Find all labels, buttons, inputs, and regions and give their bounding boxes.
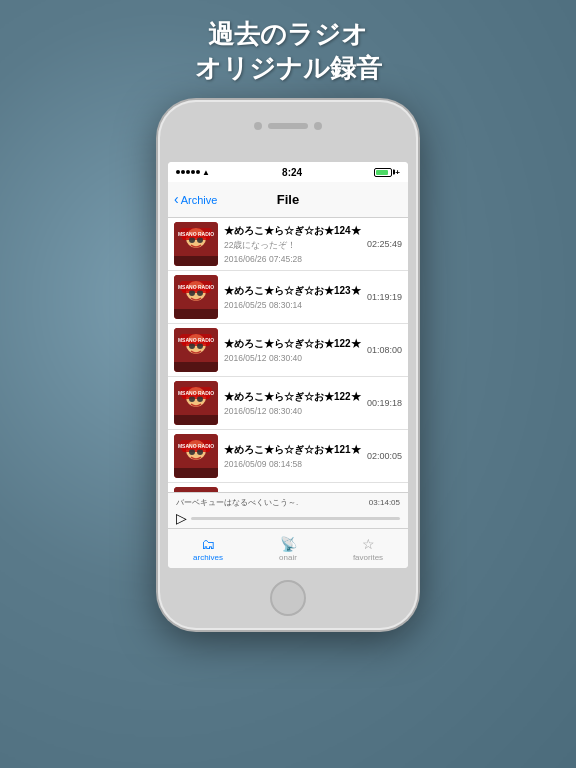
svg-text:MSANO RADIO: MSANO RADIO	[178, 443, 214, 449]
list-item-duration: 01:19:19	[363, 292, 402, 302]
svg-text:MSANO RADIO: MSANO RADIO	[178, 284, 214, 290]
thumb-image: MSANO RADIO	[174, 222, 218, 266]
list-item-duration: 01:08:00	[363, 345, 402, 355]
archives-icon: 🗂	[201, 536, 215, 552]
phone-shell: ▲ 8:24 + ‹ Archive File	[158, 100, 418, 630]
svg-rect-15	[174, 309, 218, 319]
status-left: ▲	[176, 168, 210, 177]
svg-rect-39	[174, 468, 218, 478]
thumbnail: MSANO RADIO	[174, 328, 218, 372]
list-item[interactable]: MSANO RADIO ★めろこ★ら☆ぎ☆お★124★22歳になったぞ！2016…	[168, 218, 408, 271]
tab-onair-label: onair	[279, 553, 297, 562]
battery-icon	[374, 168, 392, 177]
thumb-image: MSANO RADIO	[174, 487, 218, 492]
nav-bar: ‹ Archive File	[168, 182, 408, 218]
list-item[interactable]: MSANO RADIO ★めろこ★ら☆ぎ☆お★122★2016/05/12 08…	[168, 324, 408, 377]
thumbnail: MSANO RADIO	[174, 487, 218, 492]
play-button[interactable]: ▷	[176, 510, 187, 526]
nav-back-button[interactable]: ‹ Archive	[174, 193, 217, 206]
list-item-duration: 02:25:49	[363, 239, 402, 249]
nav-back-label: Archive	[181, 194, 218, 206]
svg-text:MSANO RADIO: MSANO RADIO	[178, 390, 214, 396]
thumb-image: MSANO RADIO	[174, 328, 218, 372]
phone-screen: ▲ 8:24 + ‹ Archive File	[168, 162, 408, 568]
onair-icon: 📡	[280, 536, 297, 552]
status-bar: ▲ 8:24 +	[168, 162, 408, 182]
list-item-title: ★めろこ★ら☆ぎ☆お★121★	[224, 443, 363, 457]
tab-archives[interactable]: 🗂 archives	[168, 536, 248, 562]
list-item-title: ★めろこ★ら☆ぎ☆お★122★	[224, 390, 363, 404]
list-item-date: 2016/05/25 08:30:14	[224, 300, 363, 310]
list-item-date: 2016/05/12 08:30:40	[224, 406, 363, 416]
list-item-duration: 00:19:18	[363, 398, 402, 408]
list-item[interactable]: MSANO RADIO ★めろこ★ら☆ぎ☆お★120★2016/05/06 08…	[168, 483, 408, 492]
svg-text:MSANO RADIO: MSANO RADIO	[178, 337, 214, 343]
player-bar: バーベキューはなるべくいこう～. 03:14:05 ▷	[168, 492, 408, 528]
dot1	[176, 170, 180, 174]
thumbnail: MSANO RADIO	[174, 434, 218, 478]
nav-title: File	[277, 192, 299, 207]
list-item-info: ★めろこ★ら☆ぎ☆お★124★22歳になったぞ！2016/06/26 07:45…	[218, 224, 363, 264]
phone-camera2	[314, 122, 322, 130]
list-item[interactable]: MSANO RADIO ★めろこ★ら☆ぎ☆お★123★2016/05/25 08…	[168, 271, 408, 324]
signal-dots	[176, 170, 200, 174]
dot2	[181, 170, 185, 174]
back-chevron-icon: ‹	[174, 192, 179, 206]
thumbnail: MSANO RADIO	[174, 381, 218, 425]
player-track: バーベキューはなるべくいこう～.	[176, 497, 298, 508]
promo-line2: オリジナル録音	[0, 52, 576, 86]
list-item-info: ★めろこ★ら☆ぎ☆お★121★2016/05/09 08:14:58	[218, 443, 363, 469]
thumb-image: MSANO RADIO	[174, 275, 218, 319]
thumb-image: MSANO RADIO	[174, 434, 218, 478]
battery-label: +	[395, 168, 400, 177]
promo-line1: 過去のラジオ	[0, 18, 576, 52]
svg-rect-23	[174, 362, 218, 372]
phone-top-notch	[254, 122, 322, 130]
thumbnail: MSANO RADIO	[174, 275, 218, 319]
list-item[interactable]: MSANO RADIO ★めろこ★ら☆ぎ☆お★121★2016/05/09 08…	[168, 430, 408, 483]
status-right: +	[374, 168, 400, 177]
list-item-date: 2016/05/09 08:14:58	[224, 459, 363, 469]
wifi-icon: ▲	[202, 168, 210, 177]
status-time: 8:24	[282, 167, 302, 178]
list-item-duration: 02:00:05	[363, 451, 402, 461]
list-item-title: ★めろこ★ら☆ぎ☆お★122★	[224, 337, 363, 351]
player-time: 03:14:05	[369, 498, 400, 507]
list-item-date: 2016/06/26 07:45:28	[224, 254, 363, 264]
svg-rect-31	[174, 415, 218, 425]
list-item-date: 2016/05/12 08:30:40	[224, 353, 363, 363]
file-list[interactable]: MSANO RADIO ★めろこ★ら☆ぎ☆お★124★22歳になったぞ！2016…	[168, 218, 408, 492]
dot5	[196, 170, 200, 174]
list-item-info: ★めろこ★ら☆ぎ☆お★122★2016/05/12 08:30:40	[218, 390, 363, 416]
phone-speaker	[268, 123, 308, 129]
home-button[interactable]	[270, 580, 306, 616]
tab-bar: 🗂 archives 📡 onair ☆ favorites	[168, 528, 408, 568]
dot4	[191, 170, 195, 174]
list-item[interactable]: MSANO RADIO ★めろこ★ら☆ぎ☆お★122★2016/05/12 08…	[168, 377, 408, 430]
promo-title: 過去のラジオ オリジナル録音	[0, 18, 576, 86]
list-item-title: ★めろこ★ら☆ぎ☆お★124★	[224, 224, 363, 238]
tab-onair[interactable]: 📡 onair	[248, 536, 328, 562]
svg-rect-7	[174, 256, 218, 266]
svg-rect-40	[174, 487, 218, 492]
tab-archives-label: archives	[193, 553, 223, 562]
thumbnail: MSANO RADIO	[174, 222, 218, 266]
svg-text:MSANO RADIO: MSANO RADIO	[178, 231, 214, 237]
list-item-subtitle: 22歳になったぞ！	[224, 240, 363, 252]
list-item-info: ★めろこ★ら☆ぎ☆お★123★2016/05/25 08:30:14	[218, 284, 363, 310]
dot3	[186, 170, 190, 174]
list-item-info: ★めろこ★ら☆ぎ☆お★122★2016/05/12 08:30:40	[218, 337, 363, 363]
tab-favorites[interactable]: ☆ favorites	[328, 536, 408, 562]
favorites-icon: ☆	[362, 536, 375, 552]
screen-content: ▲ 8:24 + ‹ Archive File	[168, 162, 408, 568]
list-item-title: ★めろこ★ら☆ぎ☆お★123★	[224, 284, 363, 298]
progress-bar[interactable]	[191, 517, 400, 520]
phone-camera	[254, 122, 262, 130]
battery-fill	[376, 170, 387, 175]
thumb-image: MSANO RADIO	[174, 381, 218, 425]
tab-favorites-label: favorites	[353, 553, 383, 562]
player-controls: ▷	[176, 510, 400, 526]
player-info: バーベキューはなるべくいこう～. 03:14:05	[176, 497, 400, 508]
